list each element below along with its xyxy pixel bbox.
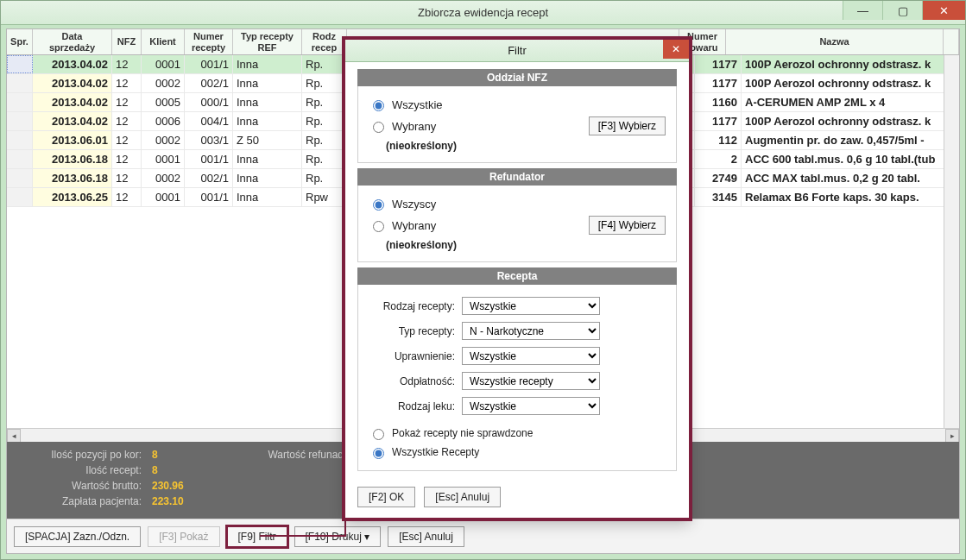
select-typ-recepty[interactable]: N - Narkotyczne [462,322,600,340]
cell-rodz: Rp. [302,74,347,92]
cell-kli: 0002 [142,74,185,92]
cell-dt: 2013.06.01 [33,131,112,149]
cell-rodz: Rp. [302,55,347,73]
esc-anuluj-button[interactable]: [Esc] Anuluj [388,526,464,547]
radio-niesprawdzone-label: Pokaż recepty nie sprawdzone [392,427,533,439]
callout-line [260,535,346,537]
col-header-numer-recepty[interactable]: Numer recepty [185,29,233,54]
ref-wybierz-button[interactable]: [F4] Wybierz [589,216,666,235]
radio-ref-wybrany[interactable]: Wybrany [F4] Wybierz [369,213,666,237]
filter-dialog: Filtr ✕ Oddział NFZ Wszystkie Wybrany [F… [344,39,690,519]
select-uprawnienie[interactable]: Wszystkie [462,347,600,365]
nfz-wybierz-button[interactable]: [F3] Wybierz [589,116,666,135]
radio-niesprawdzone-input[interactable] [373,429,384,440]
radio-niesprawdzone[interactable]: Pokaż recepty nie sprawdzone [369,424,666,443]
close-button[interactable]: ✕ [922,1,965,20]
radio-wszystkie-recepty[interactable]: Wszystkie Recepty [369,443,666,462]
cell-kli: 0001 [142,150,185,168]
radio-nfz-wybrany-label: Wybrany [392,120,436,133]
row-typ-recepty: Typ recepty: N - Narkotyczne [369,318,666,343]
col-header-data-sprzedazy[interactable]: Data sprzedaży [33,29,112,54]
col-header-nfz[interactable]: NFZ [112,29,142,54]
radio-nfz-wybrany-input[interactable] [373,122,384,133]
maximize-button[interactable]: ▢ [882,1,922,20]
summary-pozycji-label: Ilość pozycji po kor: [17,447,147,462]
cell-kli: 0001 [142,55,185,73]
cell-typ: Z 50 [233,131,302,149]
select-rodzaj-leku[interactable]: Wszystkie [462,397,600,415]
cell-nrt: 1177 [695,112,742,130]
cell-spr [7,74,33,92]
col-header-typ-recepty[interactable]: Typ recepty REF [233,29,302,54]
scroll-left-arrow[interactable]: ◂ [7,429,21,443]
vertical-scrollbar[interactable] [944,55,959,428]
radio-nfz-wszystkie[interactable]: Wszystkie [369,95,666,114]
cell-typ: Inna [233,150,302,168]
summary-zaplata-value: 223.10 [147,494,189,509]
row-uprawnienie: Uprawnienie: Wszystkie [369,343,666,368]
cell-nfz: 12 [112,112,142,130]
cell-typ: Inna [233,112,302,130]
cell-rodz: Rp. [302,93,347,111]
radio-ref-wszyscy-input[interactable] [373,199,384,211]
cell-nrt: 2 [695,150,742,168]
spacja-button[interactable]: [SPACJA] Zazn./Odzn. [14,526,141,547]
col-header-scrollbar-space [944,29,959,54]
section-body-nfz: Wszystkie Wybrany [F3] Wybierz (nieokreś… [357,86,677,163]
col-header-spr[interactable]: Spr. [7,29,33,54]
label-uprawnienie: Uprawnienie: [369,350,455,362]
radio-nfz-wybrany[interactable]: Wybrany [F3] Wybierz [369,114,666,138]
col-header-rodzaj-recepty[interactable]: Rodz recep [302,29,347,54]
cell-rodz: Rp. [302,131,347,149]
cell-naz: A-CERUMEN AMP 2ML x 4 [742,93,959,111]
cell-nrr: 001/1 [185,150,233,168]
dialog-close-button[interactable]: ✕ [663,40,689,59]
dialog-cancel-button[interactable]: [Esc] Anuluj [424,487,501,507]
radio-ref-wszyscy[interactable]: Wszyscy [369,194,666,213]
ref-undefined-note: (nieokreślony) [386,237,666,253]
select-odplatnosc[interactable]: Wszystkie recepty [462,372,600,390]
dialog-title: Filtr [508,44,527,57]
window-title: Zbiorcza ewidencja recept [418,6,548,19]
cell-nrr: 002/1 [185,74,233,92]
cell-typ: Inna [233,188,302,206]
scroll-right-arrow[interactable]: ▸ [945,429,959,443]
radio-nfz-wszystkie-input[interactable] [373,100,384,111]
radio-ref-wybrany-input[interactable] [373,221,384,232]
cell-nfz: 12 [112,169,142,187]
summary-brutto-value: 230.96 [147,478,189,494]
cell-naz: 100P Aerozol ochronny odstrasz. k [742,55,959,73]
cell-naz: ACC MAX tabl.mus. 0,2 g 20 tabl. [742,169,959,187]
cell-spr [7,169,33,187]
cell-nfz: 12 [112,55,142,73]
cell-kli: 0001 [142,188,185,206]
cell-naz: 100P Aerozol ochronny odstrasz. k [742,112,959,130]
dialog-ok-button[interactable]: [F2] OK [357,487,415,507]
row-rodzaj-leku: Rodzaj leku: Wszystkie [369,393,666,418]
cell-spr [7,188,33,206]
cell-typ: Inna [233,74,302,92]
cell-naz: Augmentin pr. do zaw. 0,457/5ml - [742,131,959,149]
cell-nrr: 001/1 [185,55,233,73]
cell-typ: Inna [233,169,302,187]
col-header-nazwa[interactable]: Nazwa [726,29,944,54]
cell-naz: ACC 600 tabl.mus. 0,6 g 10 tabl.(tub [742,150,959,168]
dialog-body: Oddział NFZ Wszystkie Wybrany [F3] Wybie… [345,62,689,478]
window-control-buttons: — ▢ ✕ [843,1,965,20]
minimize-button[interactable]: — [843,1,882,20]
section-body-refundator: Wszyscy Wybrany [F4] Wybierz (nieokreślo… [357,186,677,262]
select-rodzaj-recepty[interactable]: Wszystkie [462,297,600,315]
col-header-klient[interactable]: Klient [142,29,185,54]
cell-nrt: 1160 [695,93,742,111]
section-header-nfz: Oddział NFZ [357,69,677,86]
cell-nrt: 1177 [695,74,742,92]
cell-dt: 2013.04.02 [33,112,112,130]
cell-nrr: 001/1 [185,188,233,206]
radio-wszystkie-recepty-input[interactable] [373,448,384,459]
section-header-refundator: Refundator [357,168,677,186]
cell-nrt: 112 [695,131,742,149]
cell-nrt: 1177 [695,55,742,73]
label-typ-recepty: Typ recepty: [369,325,455,337]
cell-spr [7,150,33,168]
cell-dt: 2013.06.18 [33,150,112,168]
